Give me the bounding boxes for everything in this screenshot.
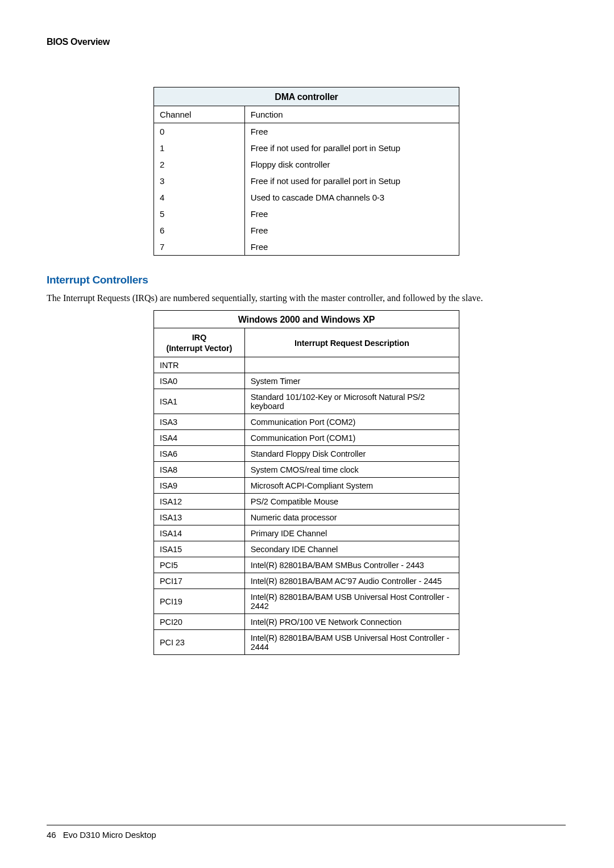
table-row: PCI 23Intel(R) 82801BA/BAM USB Universal…	[154, 630, 459, 655]
footer-doc-title: Evo D310 Micro Desktop	[63, 830, 156, 840]
dma-channel: 7	[154, 239, 245, 256]
table-row: 0 Free	[154, 123, 459, 140]
table-row: PCI19Intel(R) 82801BA/BAM USB Universal …	[154, 589, 459, 614]
table-row: ISA9Microsoft ACPI-Compliant System	[154, 478, 459, 494]
section-paragraph: The Interrupt Requests (IRQs) are number…	[47, 292, 566, 304]
table-row: PCI17Intel(R) 82801BA/BAM AC'97 Audio Co…	[154, 573, 459, 589]
table-row: PCI5Intel(R) 82801BA/BAM SMBus Controlle…	[154, 557, 459, 573]
dma-function: Free	[244, 123, 459, 140]
table-row: ISA8System CMOS/real time clock	[154, 462, 459, 478]
table-row: INTR	[154, 357, 459, 373]
dma-function: Floppy disk controller	[244, 156, 459, 173]
irq-cell: ISA14	[154, 525, 245, 541]
irq-desc: Intel(R) 82801BA/BAM AC'97 Audio Control…	[244, 573, 459, 589]
irq-cell: PCI 23	[154, 630, 245, 655]
table-row: 1 Free if not used for parallel port in …	[154, 140, 459, 156]
table-row: 6 Free	[154, 222, 459, 239]
irq-desc	[244, 357, 459, 373]
table-row: ISA3Communication Port (COM2)	[154, 414, 459, 430]
irq-desc: PS/2 Compatible Mouse	[244, 494, 459, 510]
irq-desc: Communication Port (COM2)	[244, 414, 459, 430]
irq-cell: ISA1	[154, 389, 245, 414]
table-row: ISA0System Timer	[154, 373, 459, 389]
table-row: 7 Free	[154, 239, 459, 256]
irq-desc: Intel(R) 82801BA/BAM SMBus Controller - …	[244, 557, 459, 573]
table-row: ISA15Secondary IDE Channel	[154, 541, 459, 557]
irq-cell: ISA4	[154, 430, 245, 446]
dma-channel: 2	[154, 156, 245, 173]
table-row: 3 Free if not used for parallel port in …	[154, 173, 459, 189]
dma-function: Free	[244, 206, 459, 222]
irq-col-header-desc: Interrupt Request Description	[244, 328, 459, 357]
irq-cell: INTR	[154, 357, 245, 373]
irq-cell: ISA8	[154, 462, 245, 478]
irq-col-header-irq-line2: (Interrupt Vector)	[166, 344, 232, 353]
irq-desc: Intel(R) PRO/100 VE Network Connection	[244, 614, 459, 630]
irq-desc: Intel(R) 82801BA/BAM USB Universal Host …	[244, 630, 459, 655]
table-row: PCI20Intel(R) PRO/100 VE Network Connect…	[154, 614, 459, 630]
page-footer: 46 Evo D310 Micro Desktop	[47, 825, 566, 840]
table-row: ISA13Numeric data processor	[154, 510, 459, 525]
dma-channel: 0	[154, 123, 245, 140]
irq-cell: ISA3	[154, 414, 245, 430]
irq-desc: System Timer	[244, 373, 459, 389]
section-heading: Interrupt Controllers	[47, 274, 566, 286]
irq-desc: Secondary IDE Channel	[244, 541, 459, 557]
dma-col-header-function: Function	[244, 106, 459, 123]
dma-channel: 5	[154, 206, 245, 222]
dma-function: Free if not used for parallel port in Se…	[244, 140, 459, 156]
dma-function: Free if not used for parallel port in Se…	[244, 173, 459, 189]
irq-table-container: Windows 2000 and Windows XP IRQ (Interru…	[154, 310, 566, 655]
dma-table-caption: DMA controller	[154, 87, 459, 106]
page-number: 46	[47, 830, 56, 840]
irq-cell: ISA13	[154, 510, 245, 525]
dma-function: Free	[244, 222, 459, 239]
irq-table-caption: Windows 2000 and Windows XP	[154, 311, 459, 328]
table-row: 5 Free	[154, 206, 459, 222]
dma-table-container: DMA controller Channel Function 0 Free 1…	[154, 87, 566, 256]
table-row: ISA1Standard 101/102-Key or Microsoft Na…	[154, 389, 459, 414]
irq-cell: ISA0	[154, 373, 245, 389]
irq-cell: ISA6	[154, 446, 245, 462]
irq-col-header-irq: IRQ (Interrupt Vector)	[154, 328, 245, 357]
table-row: ISA4Communication Port (COM1)	[154, 430, 459, 446]
table-row: ISA14Primary IDE Channel	[154, 525, 459, 541]
dma-channel: 6	[154, 222, 245, 239]
page-header-title: BIOS Overview	[47, 37, 566, 47]
irq-desc: Standard 101/102-Key or Microsoft Natura…	[244, 389, 459, 414]
table-row: ISA6Standard Floppy Disk Controller	[154, 446, 459, 462]
irq-desc: Intel(R) 82801BA/BAM USB Universal Host …	[244, 589, 459, 614]
dma-col-header-channel: Channel	[154, 106, 245, 123]
table-row: ISA12PS/2 Compatible Mouse	[154, 494, 459, 510]
irq-desc: Microsoft ACPI-Compliant System	[244, 478, 459, 494]
dma-channel: 3	[154, 173, 245, 189]
irq-cell: PCI20	[154, 614, 245, 630]
dma-function: Free	[244, 239, 459, 256]
irq-cell: ISA9	[154, 478, 245, 494]
irq-table: Windows 2000 and Windows XP IRQ (Interru…	[154, 310, 459, 655]
irq-cell: PCI17	[154, 573, 245, 589]
irq-cell: ISA12	[154, 494, 245, 510]
irq-cell: PCI19	[154, 589, 245, 614]
table-row: 4 Used to cascade DMA channels 0-3	[154, 189, 459, 206]
dma-channel: 4	[154, 189, 245, 206]
irq-desc: Numeric data processor	[244, 510, 459, 525]
irq-cell: ISA15	[154, 541, 245, 557]
irq-col-header-irq-line1: IRQ	[192, 333, 206, 342]
irq-desc: System CMOS/real time clock	[244, 462, 459, 478]
dma-table: DMA controller Channel Function 0 Free 1…	[154, 87, 459, 256]
dma-channel: 1	[154, 140, 245, 156]
irq-desc: Standard Floppy Disk Controller	[244, 446, 459, 462]
irq-cell: PCI5	[154, 557, 245, 573]
irq-desc: Primary IDE Channel	[244, 525, 459, 541]
irq-desc: Communication Port (COM1)	[244, 430, 459, 446]
table-row: 2 Floppy disk controller	[154, 156, 459, 173]
dma-function: Used to cascade DMA channels 0-3	[244, 189, 459, 206]
